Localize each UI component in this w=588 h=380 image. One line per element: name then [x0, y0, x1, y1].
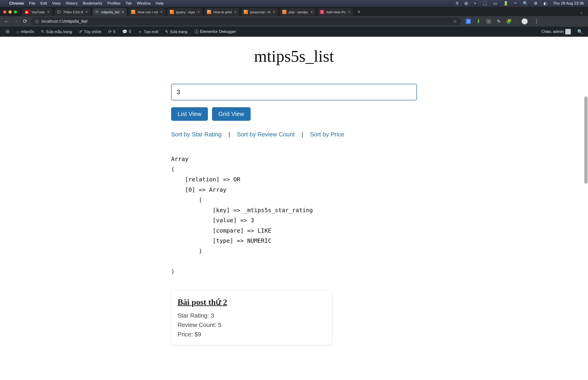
ublock-ext-icon[interactable]: u — [486, 19, 491, 24]
close-tab-icon[interactable]: ✕ — [234, 10, 237, 14]
headphones-icon[interactable]: 🎧 — [482, 1, 487, 6]
sort-by-review[interactable]: Sort by Review Count — [237, 131, 294, 138]
tab-so-2[interactable]: jquery - Ajax ✕ — [167, 8, 203, 16]
close-tab-icon[interactable]: ✕ — [160, 10, 163, 14]
wp-customize-live[interactable]: ✐ Tùy chỉnh — [76, 27, 104, 37]
menu-window[interactable]: Window — [137, 1, 151, 6]
spotlight-icon[interactable]: 🔍 — [523, 1, 528, 6]
list-view-button[interactable]: List View — [171, 107, 208, 121]
address-bar[interactable]: ⓘ localhost:83/mtips5s_list/ ☆ — [31, 18, 461, 25]
sort-by-star[interactable]: Sort by Star Rating — [171, 131, 222, 138]
close-tab-icon[interactable]: ✕ — [47, 10, 50, 14]
close-tab-icon[interactable]: ✕ — [85, 10, 88, 14]
translate-ext-icon[interactable]: 文 — [466, 19, 471, 24]
wp-user-greeting[interactable]: Chào, admin — [539, 27, 573, 37]
wp-comments[interactable]: 💬 0 — [119, 27, 134, 37]
wp-site-link[interactable]: ⌂ mtips5s — [14, 27, 37, 37]
close-tab-icon[interactable]: ✕ — [348, 10, 351, 14]
grid-view-button[interactable]: Grid View — [212, 107, 251, 121]
control-center-icon[interactable]: ⚙ — [534, 1, 537, 6]
wp-search-icon[interactable]: 🔍 — [575, 29, 585, 35]
wp-edit-page[interactable]: ✎ Sửa trang — [162, 27, 190, 37]
tab-overflow-button[interactable]: ⌄ — [577, 10, 586, 14]
wp-add-new[interactable]: ＋ Tạo mới — [135, 27, 161, 37]
menu-edit[interactable]: Edit — [40, 1, 47, 6]
wp-site-name: mtips5s — [21, 29, 34, 34]
page-viewport: mtips5s_list List View Grid View Sort by… — [0, 37, 588, 380]
site-info-icon[interactable]: ⓘ — [35, 19, 39, 24]
close-tab-icon[interactable]: ✕ — [197, 10, 200, 14]
screen-mirror-icon[interactable]: ▭ — [493, 1, 497, 6]
separator: | — [302, 131, 303, 138]
wp-logo-button[interactable]: ⓦ — [3, 27, 12, 37]
tab-youtube[interactable]: ▶ YouTube ✕ — [22, 8, 52, 16]
search-input[interactable] — [171, 84, 417, 100]
close-tab-icon[interactable]: ✕ — [273, 10, 275, 14]
comment-icon: 💬 — [122, 29, 127, 34]
tab-label: php - wordpr — [289, 10, 308, 14]
window-maximize-button[interactable] — [14, 10, 17, 14]
stackoverflow-icon — [131, 10, 135, 14]
tab-so-1[interactable]: How can I ed ✕ — [129, 8, 165, 16]
bookmark-star-icon[interactable]: ☆ — [453, 19, 457, 24]
menubar-app[interactable]: Chrome — [9, 1, 24, 6]
url-text: localhost:83/mtips5s_list/ — [41, 19, 88, 24]
menubar-datetime[interactable]: Thu 29 Aug 23:36 — [553, 1, 584, 6]
wp-customize-template[interactable]: ✎ Sửa mẫu trang — [38, 27, 75, 37]
scrollbar-thumb[interactable] — [584, 96, 588, 184]
php-array-dump: Array ( [relation] => OR [0] => Array ( … — [171, 154, 417, 277]
tab-chatgpt[interactable]: Thêm CSS đ ✕ — [55, 8, 90, 16]
pencil-icon: ✎ — [165, 29, 168, 34]
menu-profiles[interactable]: Profiles — [107, 1, 120, 6]
card-price: Price: $9 — [177, 331, 325, 338]
menu-tab[interactable]: Tab — [125, 1, 132, 6]
wand-ext-icon[interactable]: ✎ — [496, 19, 501, 24]
tab-so-3[interactable]: How to print ✕ — [205, 8, 239, 16]
plus-icon: ＋ — [138, 29, 142, 35]
tab-elementor[interactable]: E Add New Po ✕ — [318, 8, 353, 16]
extensions-area: 文 ⬇ u ✎ 🧩 ⋮ — [466, 18, 539, 24]
tab-so-5[interactable]: php - wordpr ✕ — [280, 8, 315, 16]
sort-row: Sort by Star Rating | Sort by Review Cou… — [171, 131, 417, 138]
sort-by-price[interactable]: Sort by Price — [310, 131, 344, 138]
stackoverflow-icon — [282, 10, 286, 14]
extensions-icon[interactable]: 🧩 — [506, 19, 511, 24]
page-title: mtips5s_list — [171, 47, 417, 66]
forward-button[interactable]: → — [13, 18, 19, 24]
menu-history[interactable]: History — [65, 1, 78, 6]
close-tab-icon[interactable]: ✕ — [310, 10, 313, 14]
close-tab-icon[interactable]: ✕ — [121, 10, 124, 14]
menu-file[interactable]: File — [29, 1, 35, 6]
window-minimize-button[interactable] — [8, 10, 12, 14]
grid-tray-icon[interactable]: ⊞ — [464, 1, 468, 6]
profile-avatar[interactable] — [522, 18, 528, 24]
mac-menubar: Chrome File Edit View History Bookmarks … — [0, 0, 588, 7]
notion-tray-icon[interactable]: N — [456, 1, 458, 6]
window-controls — [3, 10, 20, 14]
wifi-icon[interactable]: ⌔ — [514, 1, 517, 6]
download-ext-icon[interactable]: ⬇ — [476, 19, 481, 24]
chrome-menu-icon[interactable]: ⋮ — [533, 18, 539, 24]
info-icon: ⓘ — [194, 29, 198, 35]
wp-elementor-debugger[interactable]: ⓘ Elementor Debugger — [192, 27, 239, 37]
menu-view[interactable]: View — [52, 1, 61, 6]
card-star-rating: Star Rating: 3 — [177, 312, 325, 319]
menu-help[interactable]: Help — [156, 1, 164, 6]
reload-button[interactable]: ⟳ — [22, 18, 28, 24]
tab-mtips5s-list[interactable]: ⓦ mtips5s_list ✕ — [93, 8, 127, 16]
tab-label: How to print — [213, 10, 232, 14]
back-button[interactable]: ← — [4, 18, 10, 24]
siri-icon[interactable]: ◐ — [543, 1, 547, 6]
card-title[interactable]: Bài post thứ 2 — [177, 297, 325, 307]
bluetooth-icon[interactable]: ᛭ — [474, 1, 476, 6]
window-close-button[interactable] — [3, 10, 6, 14]
menu-bookmarks[interactable]: Bookmarks — [83, 1, 102, 6]
tab-label: javascript - H — [250, 10, 270, 14]
home-icon: ⌂ — [17, 29, 19, 34]
new-tab-button[interactable]: + — [355, 9, 363, 15]
wp-revisions[interactable]: ⟳ 5 — [105, 27, 118, 37]
avatar — [565, 29, 571, 35]
tab-so-4[interactable]: javascript - H ✕ — [241, 8, 278, 16]
wp-admin-bar: ⓦ ⌂ mtips5s ✎ Sửa mẫu trang ✐ Tùy chỉnh … — [0, 27, 588, 37]
battery-icon[interactable]: 🔋 — [503, 1, 508, 6]
